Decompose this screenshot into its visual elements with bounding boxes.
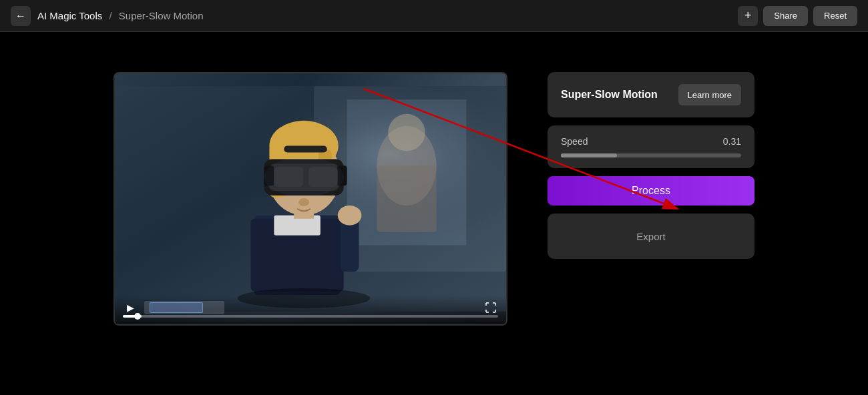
title-card: Super-Slow Motion Learn more xyxy=(548,72,754,117)
selection-bar[interactable] xyxy=(144,301,224,314)
panel-title: Super-Slow Motion xyxy=(561,89,658,101)
breadcrumb-parent: AI Magic Tools xyxy=(37,10,102,21)
svg-point-24 xyxy=(338,206,362,226)
right-panel: Super-Slow Motion Learn more Speed 0.31 … xyxy=(548,72,754,259)
back-button[interactable]: ← xyxy=(11,6,31,26)
svg-point-26 xyxy=(264,157,343,197)
learn-more-button[interactable]: Learn more xyxy=(678,84,741,105)
speed-value: 0.31 xyxy=(723,136,741,147)
video-wrapper: ▶ xyxy=(114,72,507,326)
video-controls: ▶ xyxy=(115,295,506,324)
svg-point-5 xyxy=(388,114,425,151)
slider-fill xyxy=(561,153,617,157)
selection-highlight xyxy=(150,302,203,313)
svg-rect-17 xyxy=(284,146,327,153)
process-button[interactable]: Process xyxy=(548,176,754,206)
export-button[interactable]: Export xyxy=(561,223,741,250)
export-card: Export xyxy=(548,214,754,259)
speed-slider[interactable] xyxy=(561,153,741,157)
topbar-left: ← AI Magic Tools / Super-Slow Motion xyxy=(11,6,204,26)
breadcrumb: AI Magic Tools / Super-Slow Motion xyxy=(37,10,204,21)
speed-card: Speed 0.31 xyxy=(548,125,754,168)
reset-button[interactable]: Reset xyxy=(813,6,857,26)
progress-dot xyxy=(134,313,141,320)
breadcrumb-separator: / xyxy=(109,10,112,21)
topbar: ← AI Magic Tools / Super-Slow Motion + S… xyxy=(0,0,868,32)
svg-rect-6 xyxy=(377,165,436,232)
speed-row: Speed 0.31 xyxy=(561,136,741,147)
svg-point-22 xyxy=(298,198,309,206)
main-content: ▶ xyxy=(0,32,868,326)
progress-bar[interactable] xyxy=(123,315,498,318)
plus-button[interactable]: + xyxy=(738,6,758,26)
panel-header: Super-Slow Motion Learn more xyxy=(561,84,741,105)
svg-rect-23 xyxy=(341,219,359,272)
share-button[interactable]: Share xyxy=(763,6,808,26)
breadcrumb-current: Super-Slow Motion xyxy=(119,10,204,21)
video-frame xyxy=(115,73,506,324)
fullscreen-button[interactable] xyxy=(483,300,498,315)
video-container: ▶ xyxy=(114,72,507,326)
speed-label: Speed xyxy=(561,136,588,147)
topbar-right: + Share Reset xyxy=(738,6,857,26)
controls-row: ▶ xyxy=(123,300,498,315)
timeline-area xyxy=(144,301,477,314)
